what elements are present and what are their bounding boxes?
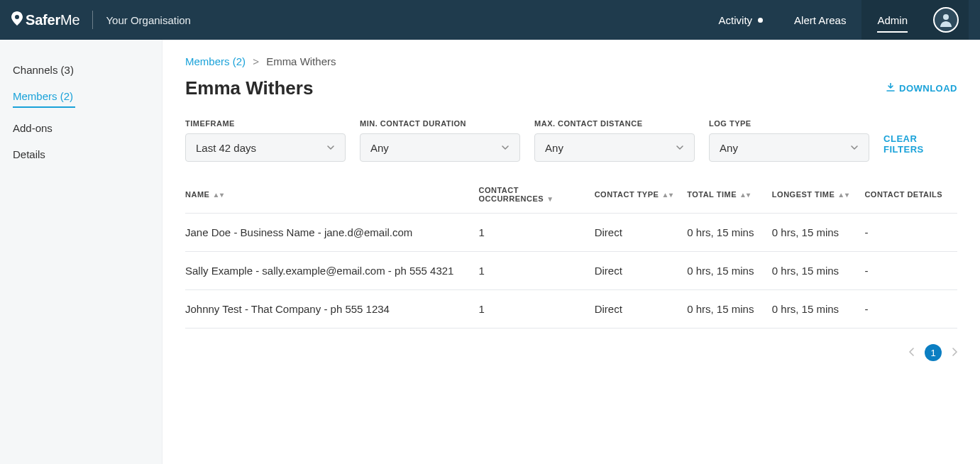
cell-longest: 0 hrs, 15 mins: [772, 290, 865, 328]
download-label: DOWNLOAD: [899, 83, 957, 94]
sidebar-item-label: Add-ons: [13, 122, 53, 134]
main-content: Members (2) > Emma Withers Emma Withers …: [163, 40, 980, 464]
pin-icon: [11, 11, 23, 29]
page-layout: Channels (3) Members (2) Add-ons Details…: [0, 40, 980, 464]
chevron-down-icon: [676, 142, 684, 154]
table-header-row: NAME▲▾ CONTACT OCCURRENCES▼ CONTACT TYPE…: [185, 176, 957, 214]
nav-activity-label: Activity: [719, 14, 753, 26]
app-header: SaferMe Your Organisation Activity Alert…: [0, 0, 980, 40]
chevron-left-icon: [909, 348, 915, 356]
cell-total: 0 hrs, 15 mins: [687, 290, 772, 328]
cell-total: 0 hrs, 15 mins: [687, 252, 772, 290]
header-label: CONTACT TYPE: [595, 190, 659, 199]
title-row: Emma Withers DOWNLOAD: [185, 77, 957, 99]
sidebar-item-channels[interactable]: Channels (3): [0, 57, 162, 83]
cell-occurrences: 1: [478, 252, 594, 290]
cell-occurrences: 1: [478, 290, 594, 328]
contacts-table: NAME▲▾ CONTACT OCCURRENCES▼ CONTACT TYPE…: [185, 176, 957, 328]
chevron-down-icon: [850, 142, 859, 154]
chevron-down-icon: [501, 142, 510, 154]
svg-point-0: [943, 14, 949, 20]
brand-logo[interactable]: SaferMe: [11, 11, 79, 29]
brand-text-suffix: Me: [60, 12, 79, 28]
cell-name: Johnny Test - That Company - ph 555 1234: [185, 290, 478, 328]
sort-icon: ▲▾: [212, 191, 224, 199]
timeframe-select[interactable]: Last 42 days: [185, 133, 346, 162]
sort-icon: ▲▾: [739, 191, 751, 199]
nav-alert-areas-label: Alert Areas: [794, 14, 846, 26]
pager-next[interactable]: [952, 347, 957, 358]
table-row[interactable]: Johnny Test - That Company - ph 555 1234…: [185, 290, 957, 328]
header-nav: Activity Alert Areas Admin: [703, 0, 969, 40]
log-type-select[interactable]: Any: [709, 133, 869, 162]
pager-prev[interactable]: [909, 347, 915, 358]
filter-label: TIMEFRAME: [185, 119, 346, 128]
download-icon: [886, 83, 895, 94]
sidebar-item-addons[interactable]: Add-ons: [0, 115, 162, 141]
cell-name: Sally Example - sally.example@email.com …: [185, 252, 478, 290]
breadcrumb-current: Emma Withers: [266, 55, 336, 67]
header-type[interactable]: CONTACT TYPE▲▾: [595, 176, 688, 214]
chevron-down-icon: [326, 142, 335, 154]
header-label: CONTACT OCCURRENCES: [478, 186, 544, 203]
cell-type: Direct: [595, 290, 688, 328]
cell-total: 0 hrs, 15 mins: [687, 214, 772, 252]
header-divider: [92, 11, 93, 29]
filters-row: TIMEFRAME Last 42 days MIN. CONTACT DURA…: [185, 119, 957, 162]
header-label: CONTACT DETAILS: [864, 190, 942, 199]
filter-log-type: LOG TYPE Any: [709, 119, 869, 162]
header-label: LONGEST TIME: [772, 190, 835, 199]
filter-timeframe: TIMEFRAME Last 42 days: [185, 119, 346, 162]
sidebar-item-label: Details: [13, 148, 45, 160]
table-row[interactable]: Jane Doe - Business Name - jane.d@email.…: [185, 214, 957, 252]
min-duration-select[interactable]: Any: [360, 133, 520, 162]
download-button[interactable]: DOWNLOAD: [886, 83, 957, 94]
cell-details: -: [864, 252, 957, 290]
header-label: TOTAL TIME: [687, 190, 737, 199]
nav-alert-areas[interactable]: Alert Areas: [778, 0, 861, 40]
sort-icon: ▲▾: [661, 191, 673, 199]
user-avatar-icon: [933, 7, 959, 33]
table-row[interactable]: Sally Example - sally.example@email.com …: [185, 252, 957, 290]
cell-type: Direct: [595, 252, 688, 290]
header-details: CONTACT DETAILS: [864, 176, 957, 214]
sidebar: Channels (3) Members (2) Add-ons Details: [0, 40, 163, 464]
select-value: Any: [545, 142, 563, 154]
filter-max-distance: MAX. CONTACT DISTANCE Any: [534, 119, 695, 162]
sidebar-item-members[interactable]: Members (2): [0, 83, 162, 115]
sidebar-item-details[interactable]: Details: [0, 141, 162, 167]
organisation-name[interactable]: Your Organisation: [106, 14, 191, 26]
breadcrumb-separator: >: [253, 55, 259, 67]
sidebar-item-label: Members (2): [13, 90, 73, 102]
header-longest[interactable]: LONGEST TIME▲▾: [772, 176, 865, 214]
chevron-right-icon: [952, 348, 957, 356]
nav-admin[interactable]: Admin: [861, 0, 923, 40]
select-value: Last 42 days: [196, 142, 256, 154]
page-title: Emma Withers: [185, 77, 313, 99]
sort-icon: ▲▾: [837, 191, 849, 199]
max-distance-select[interactable]: Any: [534, 133, 695, 162]
activity-indicator-icon: [758, 18, 763, 23]
header-label: NAME: [185, 190, 209, 199]
cell-name: Jane Doe - Business Name - jane.d@email.…: [185, 214, 478, 252]
sidebar-active-underline: [13, 106, 75, 108]
brand-text-prefix: Safer: [26, 12, 60, 28]
cell-longest: 0 hrs, 15 mins: [772, 252, 865, 290]
nav-admin-underline: [877, 31, 908, 33]
cell-longest: 0 hrs, 15 mins: [772, 214, 865, 252]
nav-activity[interactable]: Activity: [703, 0, 779, 40]
clear-filters-button[interactable]: CLEAR FILTERS: [883, 133, 957, 162]
header-total[interactable]: TOTAL TIME▲▾: [687, 176, 772, 214]
pager-page-current[interactable]: 1: [925, 344, 942, 361]
user-menu[interactable]: [923, 0, 969, 40]
cell-type: Direct: [595, 214, 688, 252]
select-value: Any: [720, 142, 738, 154]
cell-details: -: [864, 214, 957, 252]
header-occurrences[interactable]: CONTACT OCCURRENCES▼: [478, 176, 594, 214]
header-name[interactable]: NAME▲▾: [185, 176, 478, 214]
filter-min-duration: MIN. CONTACT DURATION Any: [360, 119, 520, 162]
breadcrumb: Members (2) > Emma Withers: [185, 55, 957, 67]
breadcrumb-parent[interactable]: Members (2): [185, 55, 246, 67]
sidebar-item-label: Channels (3): [13, 64, 74, 76]
cell-occurrences: 1: [478, 214, 594, 252]
